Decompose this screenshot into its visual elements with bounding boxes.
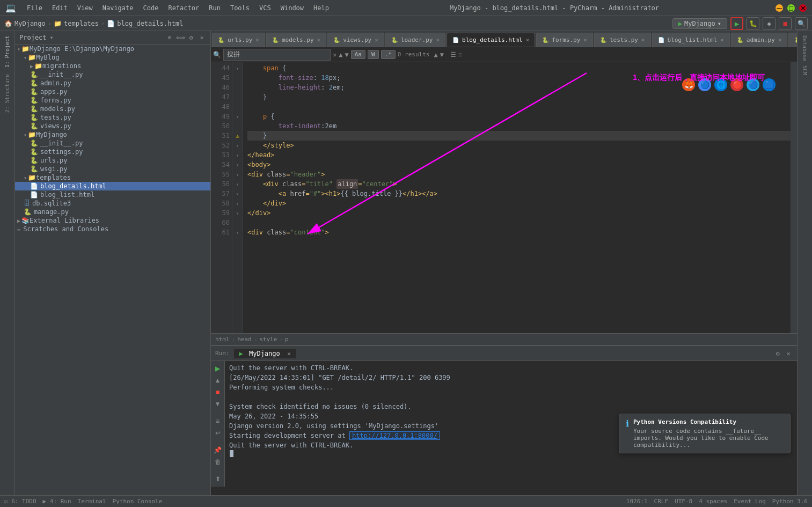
filter-btn[interactable]: ☰ — [450, 51, 456, 58]
more-options-btn[interactable]: ≡ — [458, 51, 462, 58]
tree-item[interactable]: 🐍 admin.py — [15, 79, 210, 87]
expand-btn[interactable]: ⬆ — [213, 474, 223, 484]
sidebar-expand-btn[interactable]: ⟺ — [176, 33, 185, 42]
tab-loader-py[interactable]: 🐍 loader.py ✕ — [385, 33, 445, 47]
menu-code[interactable]: Code — [139, 3, 163, 13]
ie-icon[interactable]: 🔵 — [747, 78, 759, 91]
sidebar-dropdown-icon[interactable]: ▾ — [50, 34, 54, 41]
indent[interactable]: 4 spaces — [699, 498, 727, 505]
tree-item[interactable]: ▶ 📁 migrations — [15, 62, 210, 70]
filter-output-btn[interactable]: ≡ — [213, 416, 223, 427]
server-url-link[interactable]: http://127.0.0.1:8000/ — [349, 431, 440, 440]
database-panel-btn[interactable]: Database — [801, 33, 809, 63]
tree-item[interactable]: 🗄 db.sqlite3 — [15, 199, 210, 208]
todo-btn[interactable]: ☑ 6: TODO — [4, 498, 36, 505]
tab-close-btn[interactable]: ✕ — [720, 36, 724, 43]
menu-tools[interactable]: Tools — [226, 3, 254, 13]
tab-close-btn[interactable]: ✕ — [436, 36, 440, 43]
tab-blog-list-html[interactable]: 📄 blog_list.html ✕ — [652, 33, 730, 47]
line-separator[interactable]: CRLF — [654, 498, 669, 505]
tab-apps-py[interactable]: 🐍 apps.py ✕ — [788, 33, 797, 47]
tree-item[interactable]: 🐍 __init__.py — [15, 139, 210, 148]
project-label[interactable]: MyDjango — [14, 20, 46, 27]
run-tab-close[interactable]: ✕ — [287, 350, 291, 357]
menu-vcs[interactable]: VCS — [255, 3, 275, 13]
tab-tests-py[interactable]: 🐍 tests.py ✕ — [594, 33, 651, 47]
tab-mydjango-run[interactable]: ▶ MyDjango ✕ — [234, 349, 297, 358]
tree-item[interactable]: 📄 blog_list.html — [15, 190, 210, 199]
tab-blog-details-html[interactable]: 📄 blog_details.html ✕ — [447, 33, 535, 47]
browser6-icon[interactable]: 🟦 — [763, 78, 776, 91]
tab-close-btn[interactable]: ✕ — [317, 36, 321, 43]
tree-item[interactable]: 🐍 urls.py — [15, 156, 210, 165]
tree-item[interactable]: ▾ 📁 MyBlog — [15, 53, 210, 62]
tab-close-btn[interactable]: ✕ — [255, 36, 259, 43]
sidebar-close-btn[interactable]: ✕ — [197, 33, 206, 42]
cursor-position[interactable]: 1026:1 — [626, 498, 648, 505]
settings-btn[interactable]: ⚙ — [773, 349, 782, 358]
tab-close-btn[interactable]: ✕ — [583, 36, 587, 43]
structure-panel-btn[interactable]: 2: Structure — [3, 72, 11, 115]
opera-icon[interactable]: 🔴 — [730, 78, 743, 91]
tab-close-btn[interactable]: ✕ — [778, 36, 782, 43]
menu-window[interactable]: Window — [276, 3, 308, 13]
minimize-panel-btn[interactable]: ✕ — [784, 349, 793, 358]
sidebar-locate-btn[interactable]: ⊕ — [165, 33, 174, 42]
python-console-btn[interactable]: Python Console — [113, 498, 163, 505]
maximize-button[interactable]: □ — [787, 4, 795, 12]
tab-close-btn[interactable]: ✕ — [641, 36, 645, 43]
menu-refactor[interactable]: Refactor — [164, 3, 203, 13]
sidebar-settings-btn[interactable]: ⚙ — [187, 33, 195, 42]
prev-result-btn[interactable]: ▲ — [339, 51, 342, 58]
tab-close-btn[interactable]: ✕ — [375, 36, 378, 43]
rerun-btn[interactable]: ▶ — [213, 363, 223, 374]
regex-btn[interactable]: .* — [381, 50, 396, 59]
run-btn-status[interactable]: ▶ 4: Run — [43, 498, 71, 505]
tree-item[interactable]: 🐍 apps.py — [15, 87, 210, 96]
wrap-btn[interactable]: ↩ — [213, 428, 223, 438]
menu-help[interactable]: Help — [309, 3, 333, 13]
debug-button[interactable]: 🐛 — [747, 17, 759, 30]
menu-file[interactable]: File — [23, 3, 47, 13]
close-button[interactable]: ✕ — [799, 4, 807, 12]
tree-item[interactable]: ▾ 📁 MyDjango E:\Django\MyDjango — [15, 45, 210, 53]
blog-details-tree-item[interactable]: 📄 blog_details.html — [15, 182, 210, 190]
whole-word-btn[interactable]: W — [368, 50, 379, 59]
terminal-btn[interactable]: Terminal — [78, 498, 106, 505]
tree-item[interactable]: 🐍 manage.py — [15, 208, 210, 216]
tree-item[interactable]: ▶ 📚 External Libraries — [15, 216, 210, 225]
tree-item[interactable]: 🐍 wsgi.py — [15, 165, 210, 173]
menu-edit[interactable]: Edit — [48, 3, 72, 13]
tab-urls-py[interactable]: 🐍 urls.py ✕ — [212, 33, 265, 47]
match-case-btn[interactable]: Aa — [351, 50, 365, 59]
next-result-btn[interactable]: ▼ — [345, 51, 348, 58]
charset[interactable]: UTF-8 — [675, 498, 692, 505]
minimize-button[interactable]: ─ — [776, 4, 783, 12]
file-label[interactable]: blog_details.html — [117, 20, 183, 27]
tree-item[interactable]: 🐍 __init__.py — [15, 70, 210, 79]
profile-button[interactable]: ◈ — [763, 17, 776, 30]
search-everywhere-button[interactable]: 🔍 — [795, 17, 808, 30]
next-occ-btn[interactable]: ▼ — [440, 51, 444, 58]
menu-run[interactable]: Run — [204, 3, 225, 13]
tab-admin-py[interactable]: 🐍 admin.py ✕ — [731, 33, 788, 47]
clear-output-btn[interactable]: 🗑 — [213, 457, 223, 467]
stop-run-btn[interactable]: ■ — [213, 387, 223, 398]
tab-close-btn[interactable]: ✕ — [526, 36, 530, 43]
run-config-selector[interactable]: ▶ MyDjango ▾ — [672, 18, 727, 29]
tree-item[interactable]: 🐍 settings.py — [15, 148, 210, 156]
python-version[interactable]: Python 3.6 — [772, 498, 808, 505]
pin-tab-btn[interactable]: 📌 — [213, 445, 223, 455]
tree-item[interactable]: 🐍 tests.py — [15, 113, 210, 122]
tree-item[interactable]: ▾ 📁 MyDjango — [15, 130, 210, 139]
tree-item[interactable]: 🐍 views.py — [15, 122, 210, 130]
run-button[interactable]: ▶ — [730, 17, 743, 30]
templates-tree-item[interactable]: ▾ 📁 templates — [15, 173, 210, 182]
close-search-icon[interactable]: ✕ — [333, 51, 336, 58]
tree-item[interactable]: 🐍 models.py — [15, 105, 210, 113]
firefox-icon[interactable]: 🦊 — [682, 78, 695, 91]
scroll-up-btn[interactable]: ▲ — [213, 375, 223, 386]
scm-panel-btn[interactable]: SCM — [799, 64, 811, 76]
tab-forms-py[interactable]: 🐍 forms.py ✕ — [536, 33, 593, 47]
stop-button[interactable]: ■ — [779, 17, 792, 30]
